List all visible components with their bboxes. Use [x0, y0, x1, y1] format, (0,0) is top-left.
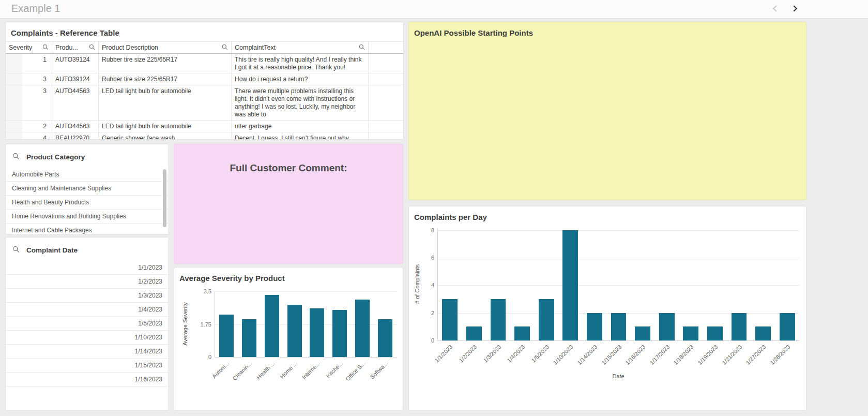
y-axis-title: Average Severity: [182, 288, 188, 360]
filter-header[interactable]: Product Category: [6, 144, 169, 168]
severity-cell[interactable]: 3: [6, 85, 52, 120]
x-tick-label: 1/18/2023: [673, 344, 695, 366]
search-icon[interactable]: [89, 44, 95, 52]
bar-Health ...[interactable]: [265, 295, 279, 357]
x-tick-label: 1/5/2023: [530, 344, 550, 364]
empty-cell: [369, 121, 403, 132]
list-item[interactable]: 1/5/2023: [6, 317, 169, 331]
bar-1/3/2023[interactable]: [491, 299, 506, 340]
list-item[interactable]: 1/10/2023: [6, 331, 169, 345]
bar-1/21/2023[interactable]: [732, 313, 747, 340]
bar-Office S...[interactable]: [355, 300, 370, 357]
bar-1/4/2023[interactable]: [514, 326, 530, 340]
sheet-navigation: [769, 3, 801, 16]
x-tick-label: 1/1/2023: [434, 344, 454, 364]
list-item[interactable]: Automobile Parts: [6, 168, 169, 182]
y-tick-label: 8: [414, 227, 434, 233]
sheet-title: Example 1: [11, 3, 60, 14]
reference-table-body: 1AUTO39124Rubber tire size 225/65R17This…: [6, 54, 403, 140]
complaint-date-list: 1/1/20231/2/20231/3/20231/4/20231/5/2023…: [6, 261, 169, 387]
bar-1/5/2023[interactable]: [539, 299, 554, 340]
list-item[interactable]: Health and Beauty Products: [6, 196, 169, 210]
comment-title: Full Customer Comment:: [174, 162, 403, 174]
column-header-produ-[interactable]: Produ...: [52, 42, 99, 53]
chevron-right-icon: [791, 5, 799, 14]
search-icon[interactable]: [222, 44, 228, 52]
severity-cell[interactable]: 4: [6, 132, 52, 140]
bar-1/18/2023[interactable]: [683, 326, 698, 340]
bar-Kitche...[interactable]: [332, 310, 347, 357]
y-tick-label: 0: [191, 354, 211, 360]
bar-1/17/2023[interactable]: [659, 313, 675, 340]
bar-1/2/2023[interactable]: [466, 326, 482, 340]
list-item[interactable]: Internet and Cable Packages: [6, 224, 169, 234]
severity-cell[interactable]: 3: [6, 73, 52, 85]
list-item[interactable]: 1/1/2023: [6, 261, 169, 275]
list-item[interactable]: 1/2/2023: [6, 275, 169, 289]
search-icon[interactable]: [42, 44, 49, 52]
list-item[interactable]: 1/15/2023: [6, 359, 169, 373]
complaint-text-cell[interactable]: There were multiple problems installing …: [232, 85, 369, 120]
search-icon[interactable]: [12, 246, 20, 255]
bar-1/1/2023[interactable]: [442, 299, 458, 340]
search-icon[interactable]: [359, 44, 365, 52]
product-description-cell[interactable]: Rubber tire size 225/65R17: [99, 54, 232, 73]
product-id-cell[interactable]: AUTO44563: [52, 85, 99, 120]
complaint-text-cell[interactable]: Decent, I guess. I still can’t figure ou…: [232, 132, 369, 140]
column-header-product-description[interactable]: Product Description: [99, 42, 232, 53]
next-sheet-button[interactable]: [788, 3, 801, 16]
list-item[interactable]: 1/3/2023: [6, 289, 169, 303]
bar-Autom...[interactable]: [219, 315, 234, 357]
product-id-cell[interactable]: AUTO39124: [52, 54, 99, 73]
bar-Interne...[interactable]: [310, 308, 324, 357]
severity-cell[interactable]: 1: [6, 54, 52, 73]
column-header-severity[interactable]: Severity: [6, 42, 52, 53]
bar-1/15/2023[interactable]: [611, 313, 627, 340]
x-tick-label: 1/15/2023: [600, 344, 622, 366]
average-severity-chart-panel: Average Severity by Product Average Seve…: [174, 267, 403, 410]
bar-Home ...[interactable]: [287, 305, 302, 357]
product-description-cell[interactable]: Rubber tire size 225/65R17: [99, 73, 232, 85]
product-id-cell[interactable]: BEAU22970: [52, 132, 99, 140]
complaint-text-cell[interactable]: How do i request a return?: [232, 73, 369, 85]
prev-sheet-button[interactable]: [769, 3, 781, 16]
search-icon[interactable]: [12, 153, 20, 162]
severity-cell[interactable]: 2: [6, 121, 52, 132]
scrollbar[interactable]: [163, 169, 166, 227]
list-item[interactable]: 1/14/2023: [6, 345, 169, 359]
bar-Softwa...[interactable]: [378, 319, 392, 357]
product-description-cell[interactable]: LED tail light bulb for automobile: [99, 85, 232, 120]
x-tick-label: 1/14/2023: [576, 344, 598, 366]
bar-1/27/2023[interactable]: [755, 326, 771, 340]
gridline: [438, 258, 799, 258]
complaint-text-cell[interactable]: This tire is really high quality! And I …: [232, 54, 369, 73]
list-item[interactable]: 1/16/2023: [6, 373, 169, 387]
y-tick-label: 2: [414, 310, 434, 316]
complaints-reference-table-panel: Complaints - Reference Table SeverityPro…: [5, 22, 404, 140]
column-label: Product Description: [102, 44, 158, 51]
complaint-text-cell[interactable]: utter garbage: [232, 121, 369, 132]
table-row: 3AUTO39124Rubber tire size 225/65R17How …: [6, 73, 403, 85]
bar-1/19/2023[interactable]: [707, 326, 723, 340]
sheet-header: Example 1: [0, 0, 868, 19]
x-tick-label: 1/27/2023: [745, 344, 767, 366]
x-tick-label: Home ...: [279, 360, 298, 380]
openai-panel-title: OpenAI Possible Starting Points: [409, 22, 806, 41]
bar-1/28/2023[interactable]: [780, 313, 795, 340]
list-item[interactable]: Home Renovations and Building Supplies: [6, 210, 169, 224]
product-description-cell[interactable]: LED tail light bulb for automobile: [99, 121, 232, 132]
bar-1/16/2023[interactable]: [635, 326, 650, 340]
y-tick-label: 1.75: [191, 321, 211, 328]
filter-header[interactable]: Complaint Date: [6, 237, 169, 261]
bar-1/10/2023[interactable]: [562, 230, 578, 340]
column-header-complainttext[interactable]: ComplaintText: [232, 42, 369, 53]
product-id-cell[interactable]: AUTO44563: [52, 121, 99, 132]
product-description-cell[interactable]: Generic shower face wash: [99, 132, 232, 140]
bar-1/14/2023[interactable]: [587, 313, 602, 340]
bar-Cleanin...[interactable]: [242, 319, 256, 357]
list-item[interactable]: Cleaning and Maintenance Supplies: [6, 182, 169, 196]
table-header-row: SeverityProdu...Product DescriptionCompl…: [6, 41, 403, 54]
product-id-cell[interactable]: AUTO39124: [52, 73, 99, 85]
column-label: Severity: [9, 44, 32, 51]
list-item[interactable]: 1/4/2023: [6, 303, 169, 317]
